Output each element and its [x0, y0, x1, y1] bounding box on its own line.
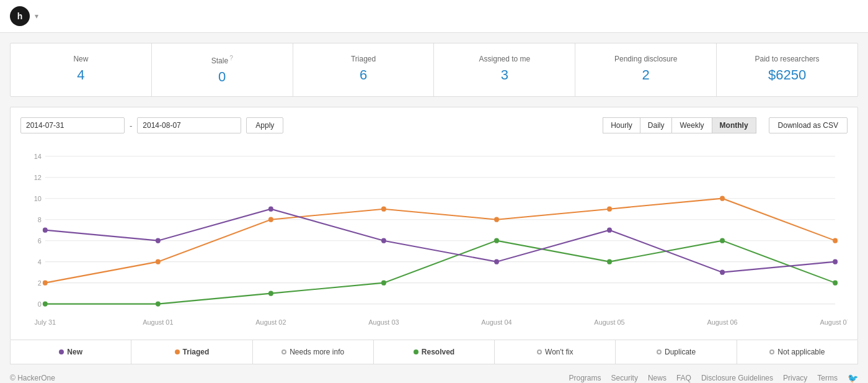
svg-text:10: 10	[34, 195, 42, 202]
legend-row: NewTriagedNeeds more infoResolvedWon't f…	[10, 340, 858, 364]
time-btn-monthly[interactable]: Monthly	[712, 117, 756, 133]
svg-text:August 04: August 04	[481, 318, 512, 326]
svg-point-40	[43, 228, 48, 233]
legend-item-needs-more-info[interactable]: Needs more info	[253, 340, 374, 364]
time-buttons: HourlyDailyWeeklyMonthly	[603, 117, 756, 133]
time-btn-hourly[interactable]: Hourly	[603, 117, 640, 133]
svg-point-30	[720, 196, 725, 201]
footer-link-terms[interactable]: Terms	[817, 374, 838, 382]
legend-item-new[interactable]: New	[11, 340, 131, 364]
legend-item-resolved[interactable]: Resolved	[374, 340, 495, 364]
svg-point-26	[268, 217, 273, 222]
legend-label: New	[67, 348, 82, 356]
svg-text:August 03: August 03	[368, 318, 399, 326]
stat-cell-triaged[interactable]: Triaged6	[293, 43, 435, 96]
copyright: © HackerOne	[10, 374, 55, 382]
svg-point-41	[156, 238, 161, 243]
chart-container: - Apply HourlyDailyWeeklyMonthly Downloa…	[10, 107, 858, 340]
chart-svg: 02468101214July 31August 01August 02Augu…	[20, 143, 848, 330]
logo[interactable]: h	[10, 6, 30, 26]
legend-dot-icon	[175, 349, 180, 354]
stat-help-icon[interactable]: ?	[229, 55, 233, 61]
header-chevron-icon[interactable]: ▾	[35, 12, 38, 20]
svg-text:August 01: August 01	[143, 318, 173, 326]
legend-item-not-applicable[interactable]: Not applicable	[737, 340, 857, 364]
twitter-icon[interactable]: 🐦	[848, 373, 858, 383]
legend-dot-icon	[414, 349, 418, 354]
time-btn-daily[interactable]: Daily	[640, 117, 673, 133]
stat-cell-assigned-to-me[interactable]: Assigned to me3	[434, 43, 575, 96]
stat-value: 4	[17, 67, 145, 83]
svg-text:6: 6	[38, 237, 42, 245]
footer-link-news[interactable]: News	[648, 374, 666, 382]
footer-link-security[interactable]: Security	[611, 374, 638, 382]
svg-point-38	[720, 238, 725, 243]
svg-text:4: 4	[38, 258, 42, 266]
download-csv-button[interactable]: Download as CSV	[769, 117, 848, 133]
legend-label: Duplicate	[665, 348, 696, 356]
footer-link-programs[interactable]: Programs	[569, 374, 601, 382]
date-separator: -	[130, 121, 132, 130]
stat-value: 6	[299, 67, 428, 83]
legend-item-won't-fix[interactable]: Won't fix	[495, 340, 616, 364]
stat-value: $6250	[723, 67, 851, 83]
svg-point-31	[833, 238, 838, 243]
legend-dot-icon	[537, 349, 542, 354]
svg-text:14: 14	[34, 153, 42, 160]
legend-label: Needs more info	[290, 348, 344, 356]
footer-link-faq[interactable]: FAQ	[676, 374, 691, 382]
svg-point-32	[43, 301, 48, 306]
svg-point-46	[720, 269, 725, 274]
stat-label: Paid to researchers	[723, 55, 851, 63]
date-end-input[interactable]	[137, 117, 241, 133]
footer-link-privacy[interactable]: Privacy	[783, 374, 807, 382]
svg-point-35	[381, 280, 386, 285]
svg-text:0: 0	[38, 300, 42, 308]
stat-value: 0	[158, 69, 286, 85]
legend-dot-icon	[657, 349, 662, 354]
legend-item-triaged[interactable]: Triaged	[131, 340, 252, 364]
svg-text:July 31: July 31	[34, 318, 56, 326]
svg-point-42	[268, 207, 273, 212]
time-btn-weekly[interactable]: Weekly	[671, 117, 712, 133]
stat-cell-pending-disclosure[interactable]: Pending disclosure2	[575, 43, 717, 96]
stat-cell-stale[interactable]: Stale?0	[152, 43, 293, 96]
legend-label: Resolved	[422, 348, 454, 356]
apply-button[interactable]: Apply	[246, 117, 283, 133]
footer-link-disclosure-guidelines[interactable]: Disclosure Guidelines	[701, 374, 773, 382]
legend-label: Not applicable	[777, 348, 825, 356]
stat-cell-new[interactable]: New4	[11, 43, 152, 96]
svg-text:2: 2	[38, 279, 42, 287]
svg-point-27	[381, 207, 386, 212]
svg-text:August 07: August 07	[820, 318, 848, 326]
svg-point-28	[494, 217, 499, 222]
svg-text:8: 8	[38, 216, 42, 223]
svg-point-24	[43, 280, 48, 285]
svg-point-47	[833, 259, 838, 264]
svg-point-37	[607, 259, 612, 264]
stat-value: 2	[582, 67, 710, 83]
chart-controls: - Apply HourlyDailyWeeklyMonthly Downloa…	[20, 117, 848, 133]
svg-text:August 02: August 02	[255, 318, 286, 326]
svg-point-25	[156, 259, 161, 264]
svg-point-33	[156, 301, 161, 306]
svg-point-43	[381, 238, 386, 243]
legend-item-duplicate[interactable]: Duplicate	[616, 340, 737, 364]
legend-label: Triaged	[183, 348, 210, 356]
stat-cell-paid-to-researchers[interactable]: Paid to researchers$6250	[717, 43, 857, 96]
svg-text:August 06: August 06	[707, 318, 737, 326]
legend-label: Won't fix	[545, 348, 573, 356]
legend-dot-icon	[281, 349, 286, 354]
svg-point-29	[607, 207, 612, 212]
chart-area: 02468101214July 31August 01August 02Augu…	[20, 143, 848, 330]
legend-dot-icon	[59, 349, 64, 354]
stat-value: 3	[440, 67, 569, 83]
stat-label: Triaged	[299, 55, 428, 63]
date-start-input[interactable]	[20, 117, 125, 133]
stats-row: New4Stale?0Triaged6Assigned to me3Pendin…	[10, 43, 858, 97]
svg-text:August 05: August 05	[594, 318, 624, 326]
svg-point-44	[494, 259, 499, 264]
legend-dot-icon	[769, 349, 774, 354]
svg-point-39	[833, 280, 838, 285]
svg-point-45	[607, 228, 612, 233]
